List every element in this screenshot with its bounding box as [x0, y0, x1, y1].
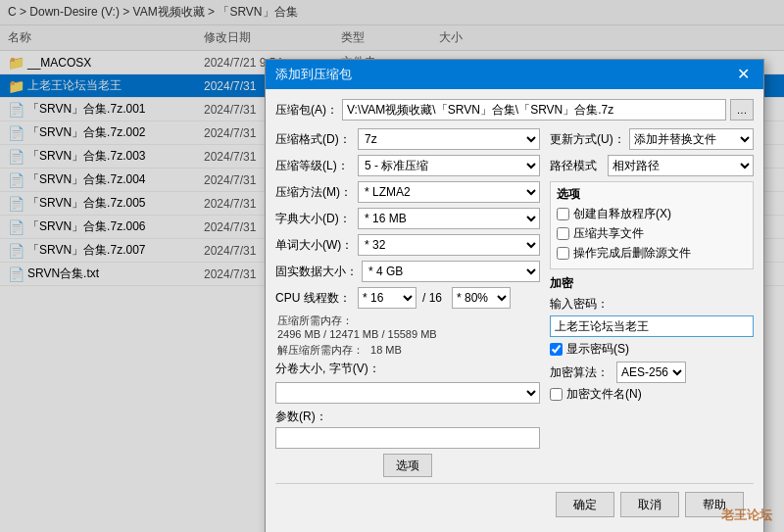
options-button[interactable]: 选项: [383, 454, 432, 477]
memory-info: 压缩所需内存： 2496 MB / 12471 MB / 15589 MB: [275, 314, 540, 340]
sfx-label: 创建自释放程序(X): [573, 206, 671, 222]
solid-row: 固实数据大小： * 4 GB: [275, 261, 540, 282]
word-select[interactable]: * 32: [358, 234, 540, 256]
memory-value: 2496 MB / 12471 MB / 15589 MB: [277, 328, 437, 340]
encrypt-name-checkbox[interactable]: [550, 388, 563, 401]
algo-row: 加密算法： AES-256: [550, 362, 754, 383]
dialog-title: 添加到压缩包: [275, 66, 352, 83]
dialog-left: 压缩格式(D)： 7z 压缩等级(L)： 5 - 标准压缩 压缩方法(M)：: [275, 128, 540, 477]
close-button[interactable]: ✕: [733, 67, 754, 82]
dict-select[interactable]: * 16 MB: [358, 208, 540, 229]
params-row: 参数(R)：: [275, 409, 540, 449]
path-label: 路径模式: [550, 158, 604, 174]
method-select[interactable]: * LZMA2: [358, 181, 540, 203]
cpu-max: / 16: [422, 291, 442, 305]
show-password-checkbox[interactable]: [550, 343, 563, 356]
options-box: 选项 创建自释放程序(X) 压缩共享文件 操作完成后删除源文件: [550, 181, 754, 269]
update-row: 更新方式(U)： 添加并替换文件: [550, 128, 754, 150]
algo-label: 加密算法：: [550, 364, 609, 381]
method-row: 压缩方法(M)： * LZMA2: [275, 181, 540, 203]
cpu-pct-select[interactable]: * 80%: [452, 287, 511, 309]
dialog-footer: 确定 取消 帮助: [275, 483, 754, 525]
memory-label: 压缩所需内存：: [277, 314, 353, 326]
archive-label: 压缩包(A)：: [275, 102, 338, 119]
format-row: 压缩格式(D)： 7z: [275, 128, 540, 150]
archive-path-row: 压缩包(A)： …: [275, 99, 754, 121]
sfx-checkbox[interactable]: [557, 208, 569, 220]
encrypt-section: 加密 输入密码： 显示密码(S) 加密算法： AES-256: [550, 275, 754, 403]
cancel-button[interactable]: 取消: [620, 492, 679, 517]
shared-label: 压缩共享文件: [573, 225, 644, 242]
show-password-row: 显示密码(S): [550, 341, 754, 358]
split-label: 分卷大小, 字节(V)：: [275, 361, 380, 377]
watermark: 老王论坛: [721, 507, 772, 524]
level-row: 压缩等级(L)： 5 - 标准压缩: [275, 155, 540, 176]
decomp-label: 解压缩所需内存：: [277, 344, 364, 356]
encrypt-name-row: 加密文件名(N): [550, 386, 754, 403]
encrypt-name-label: 加密文件名(N): [566, 386, 642, 403]
path-select[interactable]: 相对路径: [608, 155, 754, 176]
encrypt-section-label: 加密: [550, 275, 754, 292]
sfx-checkbox-row: 创建自释放程序(X): [557, 206, 747, 222]
dialog-body: 压缩包(A)： … 压缩格式(D)： 7z 压缩等级(L)： 5: [266, 89, 763, 532]
dict-label: 字典大小(D)：: [275, 211, 354, 227]
compress-dialog: 添加到压缩包 ✕ 压缩包(A)： … 压缩格式(D)： 7z: [265, 59, 764, 532]
dialog-right: 更新方式(U)： 添加并替换文件 路径模式 相对路径 选项: [550, 128, 754, 477]
params-input[interactable]: [275, 427, 540, 449]
cpu-select[interactable]: * 16: [358, 287, 416, 309]
split-row: 分卷大小, 字节(V)：: [275, 361, 540, 377]
algo-select[interactable]: AES-256: [616, 362, 686, 383]
level-label: 压缩等级(L)：: [275, 158, 354, 174]
password-label: 输入密码：: [550, 296, 754, 313]
format-label: 压缩格式(D)：: [275, 131, 354, 148]
ok-button[interactable]: 确定: [556, 492, 614, 517]
format-select[interactable]: 7z: [358, 128, 540, 150]
show-password-label: 显示密码(S): [566, 341, 629, 358]
dict-row: 字典大小(D)： * 16 MB: [275, 208, 540, 229]
browse-button[interactable]: …: [730, 99, 754, 121]
decomp-info: 解压缩所需内存： 18 MB: [275, 343, 540, 358]
cpu-label: CPU 线程数：: [275, 290, 354, 307]
solid-select[interactable]: * 4 GB: [362, 261, 540, 282]
shared-checkbox[interactable]: [557, 227, 569, 240]
update-select[interactable]: 添加并替换文件: [629, 128, 754, 150]
word-label: 单词大小(W)：: [275, 237, 354, 254]
delete-checkbox[interactable]: [557, 247, 569, 260]
archive-path-input[interactable]: [342, 99, 726, 121]
path-row: 路径模式 相对路径: [550, 155, 754, 176]
decomp-value: 18 MB: [370, 344, 402, 356]
delete-label: 操作完成后删除源文件: [573, 245, 691, 262]
shared-checkbox-row: 压缩共享文件: [557, 225, 747, 242]
word-row: 单词大小(W)： * 32: [275, 234, 540, 256]
cpu-row: CPU 线程数： * 16 / 16 * 80%: [275, 287, 540, 309]
update-label: 更新方式(U)：: [550, 131, 625, 148]
split-select[interactable]: [275, 382, 540, 404]
dialog-columns: 压缩格式(D)： 7z 压缩等级(L)： 5 - 标准压缩 压缩方法(M)：: [275, 128, 754, 477]
solid-label: 固实数据大小：: [275, 264, 358, 280]
params-label: 参数(R)：: [275, 409, 540, 425]
options-section-label: 选项: [557, 186, 747, 203]
dialog-titlebar: 添加到压缩包 ✕: [266, 60, 763, 89]
password-input[interactable]: [550, 315, 754, 337]
delete-checkbox-row: 操作完成后删除源文件: [557, 245, 747, 262]
level-select[interactable]: 5 - 标准压缩: [358, 155, 540, 176]
method-label: 压缩方法(M)：: [275, 184, 354, 201]
